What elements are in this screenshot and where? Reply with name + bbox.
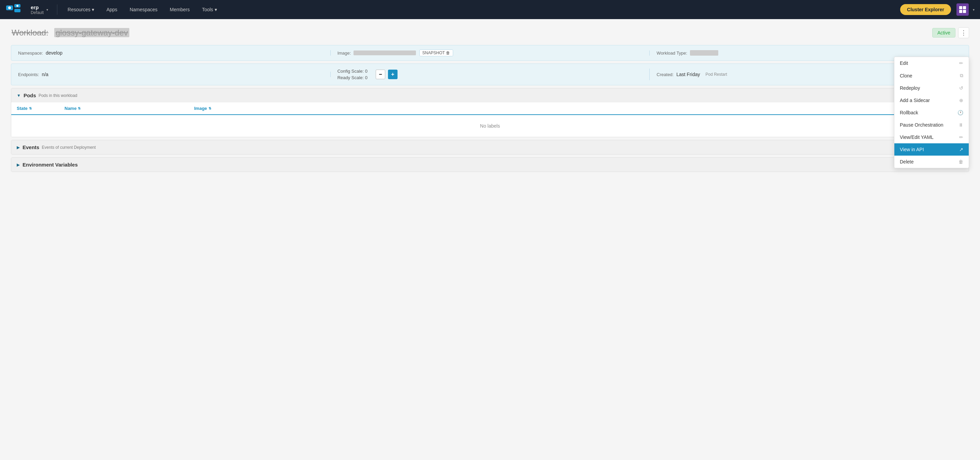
cluster-explorer-button[interactable]: Cluster Explorer [900, 4, 951, 15]
status-badge: Active [932, 28, 955, 38]
pods-section: ▼ Pods Pods in this workload State ⇅ Nam… [11, 88, 969, 137]
namespace-value: develop [46, 50, 62, 56]
svg-rect-2 [14, 9, 21, 12]
page-title-name-redacted: glossy-gateway-dev [54, 28, 129, 37]
endpoints-cell: Endpoints: n/a [18, 72, 331, 77]
dropdown-item-clone[interactable]: Clone ⧉ [894, 69, 969, 82]
pods-section-subtitle: Pods in this workload [38, 93, 78, 98]
page-title-prefix: Workload: [11, 28, 48, 37]
dropdown-item-pause-orchestration[interactable]: Pause Orchestration ⏸ [894, 119, 969, 131]
nav-item-apps[interactable]: Apps [102, 5, 122, 14]
nav-item-namespaces[interactable]: Namespaces [125, 5, 162, 14]
table-empty-message: No labels [11, 115, 969, 137]
events-section: ▶ Events Events of current Deployment [11, 140, 969, 154]
dropdown-item-redeploy[interactable]: Redeploy ↺ [894, 82, 969, 94]
ready-scale-info: Ready Scale: 0 [337, 75, 368, 80]
pods-section-title: Pods [24, 92, 36, 98]
dropdown-item-delete[interactable]: Delete 🗑 [894, 156, 969, 168]
config-scale-value: 0 [365, 68, 368, 74]
namespace-cell: Namespace: develop [18, 50, 331, 56]
image-sort-icon: ⇅ [208, 107, 211, 110]
cluster-chevron-icon: ▾ [46, 8, 48, 11]
dropdown-rollback-label: Rollback [900, 110, 918, 115]
scale-increase-button[interactable]: + [388, 70, 398, 79]
image-value: 192.168.41.1/core/glassy-gateway SNAPSHO… [353, 51, 453, 55]
cluster-selector[interactable]: erp Default ▾ [27, 2, 51, 17]
dropdown-add-sidecar-label: Add a Sidecar [900, 98, 930, 103]
main-content: Workload: glossy-gateway-dev Active ⋮ Na… [0, 19, 980, 183]
dropdown-menu: Edit ✏ Clone ⧉ Redeploy ↺ Add a Sidecar … [894, 57, 969, 168]
ready-scale-value: 0 [365, 75, 368, 80]
dropdown-item-view-in-api[interactable]: View in API ↗ [894, 143, 969, 156]
scale-decrease-button[interactable]: − [376, 70, 385, 79]
pause-icon: ⏸ [958, 122, 963, 127]
created-label: Created: [657, 72, 674, 77]
dropdown-item-rollback[interactable]: Rollback 🕐 [894, 107, 969, 119]
navbar: erp Default ▾ Resources ▾ Apps Namespace… [0, 0, 980, 19]
created-value: Last Friday [676, 72, 700, 77]
scale-cell: Config Scale: 0 Ready Scale: 0 − + [337, 68, 650, 80]
user-avatar[interactable] [956, 3, 969, 16]
column-header-state[interactable]: State ⇅ [17, 106, 65, 111]
workload-type-value: Deployment [690, 50, 718, 56]
dropdown-clone-label: Clone [900, 73, 912, 78]
yaml-edit-icon: ✏ [959, 134, 963, 140]
nav-resources-chevron-icon: ▾ [92, 7, 94, 12]
more-options-button[interactable]: ⋮ [958, 27, 969, 38]
svg-rect-5 [959, 6, 962, 9]
svg-point-4 [16, 5, 18, 7]
pods-section-header[interactable]: ▼ Pods Pods in this workload [11, 88, 969, 102]
nav-divider [57, 5, 57, 15]
dropdown-edit-label: Edit [900, 60, 908, 66]
env-chevron-icon: ▶ [17, 162, 20, 167]
logo[interactable] [5, 3, 22, 16]
dropdown-item-add-sidecar[interactable]: Add a Sidecar ⊕ [894, 94, 969, 107]
dropdown-item-edit[interactable]: Edit ✏ [894, 57, 969, 69]
user-menu-chevron-icon[interactable]: ▾ [973, 8, 975, 11]
svg-rect-6 [963, 6, 966, 9]
nav-item-resources[interactable]: Resources ▾ [63, 5, 99, 14]
events-section-title: Events [22, 144, 39, 150]
cluster-name: erp [31, 5, 44, 10]
env-section-title: Environment Variables [22, 162, 78, 167]
nav-item-members[interactable]: Members [165, 5, 194, 14]
nav-tools-label: Tools [202, 7, 213, 12]
header-actions: Active ⋮ [932, 27, 969, 38]
pods-chevron-icon: ▼ [17, 93, 21, 98]
env-section-header[interactable]: ▶ Environment Variables [11, 158, 969, 172]
dropdown-view-edit-yaml-label: View/Edit YAML [900, 134, 934, 140]
nav-item-tools[interactable]: Tools ▾ [197, 5, 222, 14]
namespace-label: Namespace: [18, 51, 43, 56]
events-chevron-icon: ▶ [17, 145, 20, 150]
scale-controls: − + [376, 70, 398, 79]
page-title: Workload: glossy-gateway-dev [11, 28, 130, 38]
env-section: ▶ Environment Variables [11, 157, 969, 172]
events-section-header[interactable]: ▶ Events Events of current Deployment [11, 140, 969, 154]
info-row-2: Endpoints: n/a Config Scale: 0 Ready Sca… [11, 64, 969, 85]
nav-tools-chevron-icon: ▾ [215, 7, 217, 12]
nav-namespaces-label: Namespaces [130, 7, 158, 12]
edit-icon: ✏ [959, 60, 963, 66]
events-section-subtitle: Events of current Deployment [41, 145, 95, 150]
snapshot-badge: SNAPSHOT 🗑 [419, 49, 453, 56]
nav-resources-label: Resources [68, 7, 91, 12]
pod-restart-label: Pod Restart [705, 72, 727, 77]
image-label: Image: [337, 51, 351, 56]
scale-info: Config Scale: 0 Ready Scale: 0 [337, 68, 368, 80]
svg-rect-7 [959, 10, 962, 13]
redeploy-icon: ↺ [959, 85, 963, 91]
column-header-name[interactable]: Name ⇅ [65, 106, 194, 111]
dropdown-item-view-edit-yaml[interactable]: View/Edit YAML ✏ [894, 131, 969, 143]
add-sidecar-icon: ⊕ [959, 98, 963, 103]
info-row-1: Namespace: develop Image: 192.168.41.1/c… [11, 45, 969, 61]
ready-scale-label: Ready Scale: [337, 75, 364, 80]
rollback-icon: 🕐 [958, 110, 963, 115]
page-header: Workload: glossy-gateway-dev Active ⋮ [11, 27, 969, 38]
dropdown-view-in-api-label: View in API [900, 147, 924, 152]
cluster-default: Default [31, 10, 44, 15]
nav-apps-label: Apps [107, 7, 118, 12]
dropdown-delete-label: Delete [900, 159, 913, 164]
column-header-image[interactable]: Image ⇅ [194, 106, 895, 111]
dropdown-pause-orchestration-label: Pause Orchestration [900, 122, 943, 127]
image-cell: Image: 192.168.41.1/core/glassy-gateway … [337, 51, 650, 56]
